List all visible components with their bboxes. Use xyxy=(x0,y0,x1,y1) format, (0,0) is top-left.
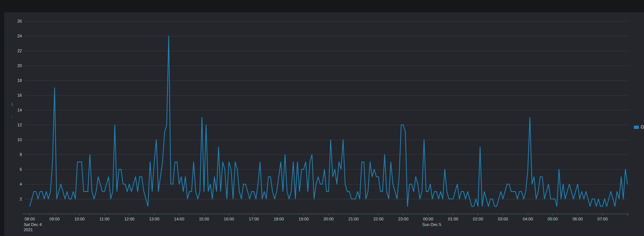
y-axis-tick-label: 18 xyxy=(17,78,22,83)
timeseries-line-chart[interactable]: 246810121416182022242608:0009:0010:0011:… xyxy=(4,12,644,236)
x-axis-tick-label: 20:00 xyxy=(323,217,334,221)
x-axis-tick-label: 10:00 xyxy=(74,217,85,221)
x-axis-tick-label: 14:00 xyxy=(174,217,184,221)
y-axis-tick-label: 12 xyxy=(17,123,22,127)
x-axis-tick-label: 15:00 xyxy=(199,217,209,221)
x-axis-tick-label: 21:00 xyxy=(349,217,359,221)
chart-panel: 246810121416182022242608:0009:0010:0011:… xyxy=(4,12,644,236)
y-axis-tick-label: 24 xyxy=(17,34,22,38)
y-axis-tick-label: 10 xyxy=(17,137,22,142)
x-axis-tick-label: 03:00 xyxy=(498,217,508,221)
y-axis-tick-label: 8 xyxy=(20,152,22,157)
x-axis-tick-label: 12:00 xyxy=(124,217,135,221)
x-axis-tick-label: 16:00 xyxy=(224,217,234,221)
x-axis-tick-label: 05:00 xyxy=(547,217,558,221)
y-axis-tick-label: 22 xyxy=(17,49,22,53)
y-axis-tick-label: 6 xyxy=(20,167,22,172)
y-axis-tick-label: 26 xyxy=(17,19,22,23)
x-axis-tick-label: 23:00 xyxy=(398,217,409,221)
x-axis-date-label: Sun Dec 5 xyxy=(422,222,441,227)
y-axis-title-fragment: : xyxy=(12,114,13,119)
x-axis-date-label: Sat Dec 4 xyxy=(24,222,42,227)
x-axis-tick-label: 17:00 xyxy=(249,217,259,221)
x-axis-tick-label: 02:00 xyxy=(473,217,483,221)
legend[interactable]: GV xyxy=(634,124,644,130)
x-axis-tick-label: 09:00 xyxy=(49,217,60,221)
y-axis-tick-label: 16 xyxy=(17,93,22,97)
x-axis-tick-label: 04:00 xyxy=(523,217,533,221)
y-axis-title-fragment: ) xyxy=(12,102,13,106)
x-axis-tick-label: 08:00 xyxy=(24,217,35,221)
x-axis-tick-label: 19:00 xyxy=(298,217,309,221)
y-axis-tick-label: 20 xyxy=(17,63,22,68)
x-axis-tick-label: 07:00 xyxy=(598,217,608,221)
legend-series-label[interactable]: GV xyxy=(641,124,644,130)
legend-swatch[interactable] xyxy=(634,126,639,129)
y-axis-tick-label: 14 xyxy=(17,108,22,112)
x-axis-tick-label: 13:00 xyxy=(149,217,160,221)
x-axis-date-label: 2021 xyxy=(24,227,33,232)
x-axis-tick-label: 01:00 xyxy=(448,217,458,221)
x-axis-tick-label: 22:00 xyxy=(373,217,384,221)
x-axis-tick-label: 11:00 xyxy=(99,217,109,221)
x-axis-tick-label: 18:00 xyxy=(274,217,284,221)
y-axis-tick-label: 2 xyxy=(20,197,22,201)
y-axis-tick-label: 4 xyxy=(20,182,22,186)
x-axis-tick-label: 06:00 xyxy=(572,217,583,221)
series-line[interactable] xyxy=(30,36,627,206)
x-axis-tick-label: 00:00 xyxy=(423,217,434,221)
